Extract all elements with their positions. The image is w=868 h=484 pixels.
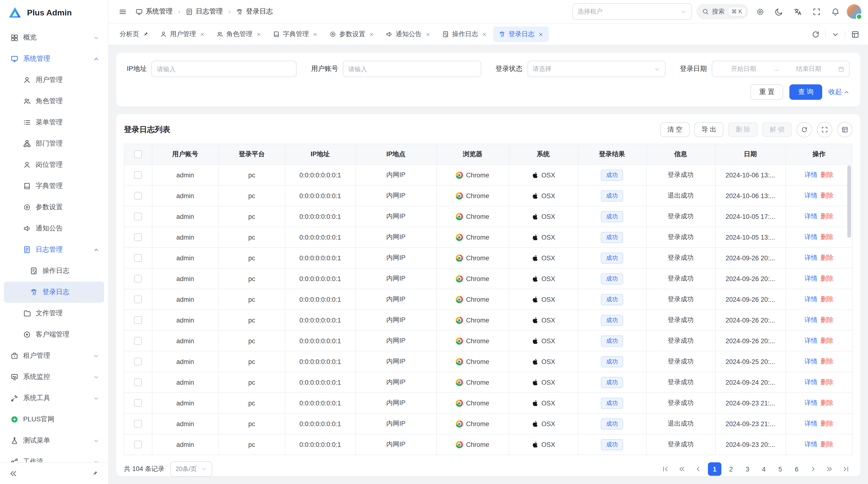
row-checkbox[interactable]: [134, 233, 142, 241]
row-checkbox[interactable]: [134, 337, 142, 345]
filter-input-0[interactable]: [151, 61, 297, 77]
detail-link[interactable]: 详情: [805, 295, 817, 304]
detail-link[interactable]: 详情: [805, 316, 817, 324]
row-checkbox[interactable]: [134, 441, 142, 448]
scrollbar-thumb[interactable]: [847, 165, 851, 238]
delete-link[interactable]: 删除: [820, 254, 834, 262]
detail-link[interactable]: 详情: [805, 233, 817, 241]
delete-link[interactable]: 删除: [820, 399, 834, 407]
sidebar-item[interactable]: 角色管理: [4, 91, 104, 112]
reset-button[interactable]: 重 置: [750, 84, 783, 100]
row-checkbox[interactable]: [134, 316, 142, 324]
notifications-button[interactable]: [828, 4, 842, 19]
delete-link[interactable]: 删除: [820, 295, 834, 304]
row-checkbox[interactable]: [134, 275, 142, 283]
column-header[interactable]: 操作: [785, 144, 852, 165]
column-header[interactable]: 日期: [715, 144, 785, 165]
delete-link[interactable]: 删除: [820, 440, 834, 449]
clear-button[interactable]: 清 空: [660, 123, 689, 137]
row-checkbox[interactable]: [134, 254, 142, 262]
language-button[interactable]: [790, 4, 805, 19]
tenant-select[interactable]: 选择租户: [572, 3, 692, 20]
refresh-page-button[interactable]: [808, 27, 823, 41]
sidebar-item[interactable]: 租户管理: [4, 345, 104, 366]
tab-4[interactable]: 参数设置: [324, 27, 379, 42]
breadcrumb-item[interactable]: 日志管理: [186, 7, 223, 16]
last-page-button[interactable]: [839, 462, 852, 476]
logo[interactable]: Plus Admin: [0, 0, 108, 26]
column-header[interactable]: 用户账号: [152, 144, 218, 165]
prev-page-button[interactable]: [691, 462, 705, 476]
delete-link[interactable]: 删除: [820, 336, 834, 345]
detail-link[interactable]: 详情: [805, 357, 817, 366]
delete-link[interactable]: 删除: [820, 233, 834, 241]
delete-button[interactable]: 删 除: [728, 123, 758, 137]
layout-button[interactable]: [848, 27, 862, 41]
delete-link[interactable]: 删除: [820, 378, 834, 387]
collapse-filter-link[interactable]: 收起: [829, 88, 850, 96]
tab-3[interactable]: 字典管理: [268, 27, 323, 42]
row-checkbox[interactable]: [134, 213, 142, 220]
sidebar-item[interactable]: 系统管理: [4, 48, 104, 69]
sidebar-item[interactable]: 参数设置: [4, 197, 104, 218]
collapse-sidebar-button[interactable]: [6, 466, 20, 481]
detail-link[interactable]: 详情: [805, 191, 817, 200]
delete-link[interactable]: 删除: [820, 357, 834, 366]
row-checkbox[interactable]: [134, 358, 142, 365]
page-button-5[interactable]: 5: [774, 462, 787, 476]
sidebar-item[interactable]: PLUS官网: [4, 409, 104, 430]
detail-link[interactable]: 详情: [805, 336, 817, 345]
sidebar-item[interactable]: 概览: [4, 27, 104, 48]
sidebar-item[interactable]: 岗位管理: [4, 154, 104, 175]
sidebar-item[interactable]: 日志管理: [4, 239, 104, 260]
page-button-4[interactable]: 4: [757, 462, 771, 476]
sidebar-item[interactable]: 系统监控: [4, 366, 104, 388]
sidebar-item[interactable]: 操作日志: [4, 260, 104, 282]
column-header[interactable]: 登录平台: [218, 144, 285, 165]
pin-sidebar-button[interactable]: [88, 466, 102, 481]
detail-link[interactable]: 详情: [805, 171, 817, 179]
column-header[interactable]: 系统: [509, 144, 578, 165]
row-checkbox[interactable]: [134, 399, 142, 407]
sidebar-item[interactable]: 部门管理: [4, 133, 104, 154]
detail-link[interactable]: 详情: [805, 212, 817, 221]
row-checkbox[interactable]: [134, 420, 142, 428]
page-size-select[interactable]: 20条/页: [170, 461, 212, 477]
column-header[interactable]: 浏览器: [436, 144, 509, 165]
search-button[interactable]: 搜索 ⌘ K: [696, 4, 748, 19]
row-checkbox[interactable]: [134, 192, 142, 200]
sidebar-item[interactable]: 登录日志: [4, 282, 104, 303]
breadcrumb-item[interactable]: 系统管理: [135, 7, 173, 16]
jump-forward-button[interactable]: [823, 462, 836, 476]
sidebar-item[interactable]: 测试菜单: [4, 430, 104, 451]
sidebar-item[interactable]: 用户管理: [4, 69, 104, 91]
tab-2[interactable]: 角色管理: [211, 27, 267, 42]
expand-table-button[interactable]: [817, 122, 832, 137]
page-button-2[interactable]: 2: [724, 462, 738, 476]
sidebar-item[interactable]: 通知公告: [4, 218, 104, 239]
detail-link[interactable]: 详情: [805, 399, 817, 407]
page-button-3[interactable]: 3: [741, 462, 754, 476]
column-header[interactable]: 登录结果: [578, 144, 646, 165]
filter-input-1[interactable]: [343, 61, 481, 77]
detail-link[interactable]: 详情: [805, 274, 817, 283]
tab-0[interactable]: 分析页: [114, 27, 154, 42]
delete-link[interactable]: 删除: [820, 274, 834, 283]
sidebar-item[interactable]: 文件管理: [4, 303, 104, 324]
sidebar-item[interactable]: 系统工具: [4, 388, 104, 409]
delete-link[interactable]: 删除: [820, 212, 834, 221]
column-header[interactable]: IP地点: [355, 144, 436, 165]
column-header[interactable]: 信息: [646, 144, 715, 165]
detail-link[interactable]: 详情: [805, 378, 817, 387]
sidebar-item[interactable]: 菜单管理: [4, 112, 104, 133]
tab-6[interactable]: 操作日志: [437, 27, 492, 42]
tab-1[interactable]: 用户管理: [155, 27, 210, 42]
first-page-button[interactable]: [659, 462, 672, 476]
breadcrumb-item[interactable]: 登录日志: [236, 7, 273, 16]
delete-link[interactable]: 删除: [820, 191, 834, 200]
tab-7[interactable]: 登录日志: [493, 27, 549, 42]
theme-toggle-button[interactable]: [772, 4, 786, 19]
jump-backward-button[interactable]: [675, 462, 689, 476]
row-checkbox[interactable]: [134, 379, 142, 386]
fullscreen-button[interactable]: [809, 4, 824, 19]
